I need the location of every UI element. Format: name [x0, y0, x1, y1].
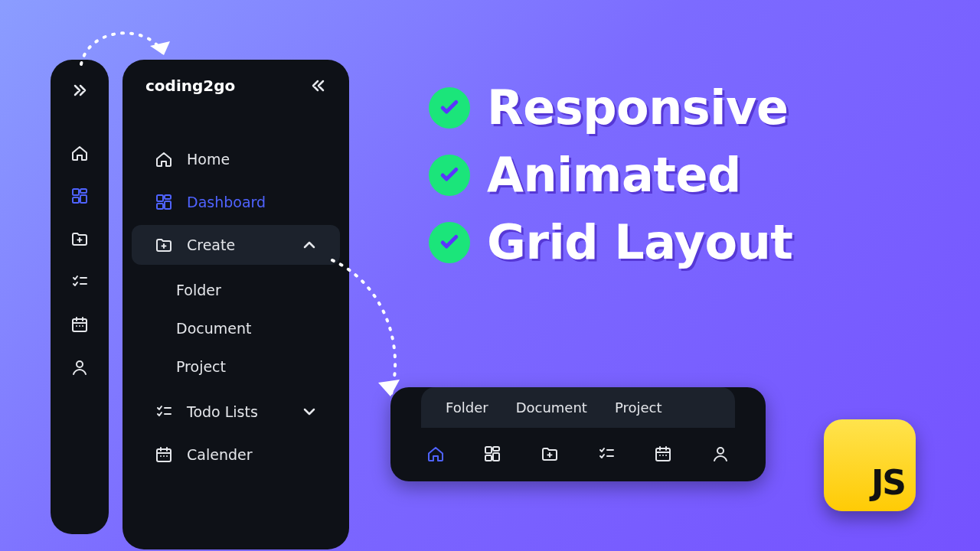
hero-feature-line: Animated [429, 152, 792, 199]
check-badge [429, 155, 470, 196]
hero-feature-line: Grid Layout [429, 219, 792, 266]
home-icon [70, 144, 89, 162]
create-icon [541, 445, 559, 463]
sidebar-item-label: Dashboard [187, 194, 266, 210]
check-icon [438, 231, 461, 254]
mini-sidebar-item-calendar[interactable] [70, 315, 89, 334]
collapse-sidebar-button[interactable] [309, 77, 328, 95]
todo-icon [70, 272, 89, 291]
sidebar-item-label: Home [187, 151, 230, 168]
bottom-submenu-item-folder[interactable]: Folder [446, 399, 488, 416]
hero-feature-list: Responsive Animated Grid Layout [429, 84, 792, 266]
bottom-nav-item-calendar[interactable] [654, 445, 672, 463]
sidebar-subitem-project[interactable]: Project [122, 347, 349, 386]
todo-icon [155, 403, 173, 421]
brand-title: coding2go [145, 77, 235, 95]
bottom-nav-submenu: FolderDocumentProject [421, 387, 735, 428]
sidebar-subitem-document[interactable]: Document [122, 309, 349, 347]
bottom-nav-item-create[interactable] [541, 445, 559, 463]
chevron-up-icon [300, 236, 318, 254]
profile-icon [711, 445, 730, 463]
chevron-double-left-icon [309, 77, 328, 95]
calendar-icon [70, 315, 89, 334]
home-icon [155, 150, 173, 168]
create-icon [70, 230, 89, 248]
hero-feature-text: Animated [487, 152, 741, 199]
sidebar-collapsed [51, 60, 109, 534]
sidebar-item-label: Create [187, 236, 235, 253]
todo-icon [597, 445, 616, 463]
expand-sidebar-button[interactable] [63, 73, 96, 107]
dashboard-icon [483, 445, 501, 463]
check-badge [429, 87, 470, 129]
chevron-down-icon [300, 403, 318, 421]
dashboard-icon [70, 187, 89, 205]
sidebar-item-label: Todo Lists [187, 403, 258, 420]
sidebar-item-create[interactable]: Create [132, 225, 340, 265]
bottom-nav-item-home[interactable] [426, 445, 445, 463]
sidebar-subitem-folder[interactable]: Folder [122, 271, 349, 309]
javascript-badge-label: JS [871, 463, 905, 502]
hero-feature-text: Grid Layout [487, 219, 792, 266]
bottom-nav-item-todo[interactable] [597, 445, 616, 463]
mini-sidebar-item-create[interactable] [70, 230, 89, 248]
javascript-badge: JS [824, 419, 916, 511]
calendar-icon [654, 445, 672, 463]
mini-sidebar-item-profile[interactable] [70, 358, 89, 377]
bottom-nav-item-profile[interactable] [711, 445, 730, 463]
bottom-nav: FolderDocumentProject [390, 387, 766, 481]
sidebar-item-label: Calender [187, 446, 252, 463]
sidebar-item-home[interactable]: Home [132, 139, 340, 179]
svg-marker-9 [150, 41, 170, 55]
check-icon [438, 96, 461, 119]
chevron-double-right-icon [70, 81, 89, 99]
sidebar-item-dashboard[interactable]: Dashboard [132, 182, 340, 222]
bottom-nav-item-dashboard[interactable] [483, 445, 501, 463]
mini-sidebar-item-todo[interactable] [70, 272, 89, 291]
create-icon [155, 236, 173, 254]
check-badge [429, 222, 470, 263]
hero-feature-text: Responsive [487, 84, 788, 132]
sidebar-item-calendar[interactable]: Calender [132, 435, 340, 474]
calendar-icon [155, 445, 173, 464]
bottom-submenu-item-project[interactable]: Project [615, 399, 662, 416]
profile-icon [70, 358, 89, 377]
sidebar-expanded: coding2go Home Dashboard Create FolderDo… [122, 60, 349, 549]
sidebar-item-todo[interactable]: Todo Lists [132, 392, 340, 432]
bottom-submenu-item-document[interactable]: Document [516, 399, 587, 416]
home-icon [426, 445, 445, 463]
dashboard-icon [155, 193, 173, 211]
mini-sidebar-item-home[interactable] [70, 144, 89, 162]
hero-feature-line: Responsive [429, 84, 792, 132]
check-icon [438, 164, 461, 187]
mini-sidebar-item-dashboard[interactable] [70, 187, 89, 205]
sidebar-submenu: FolderDocumentProject [122, 266, 349, 390]
